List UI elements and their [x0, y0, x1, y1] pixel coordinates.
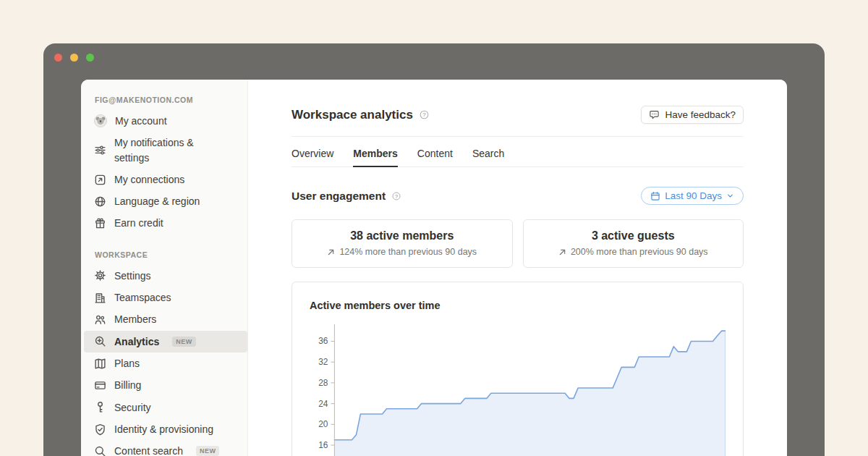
sidebar-item-label: Teamspaces — [114, 290, 171, 305]
stat-delta-text: 200% more than previous 90 days — [571, 247, 708, 257]
svg-text:?: ? — [395, 193, 398, 199]
sidebar-item-label: Security — [114, 400, 151, 415]
new-badge: NEW — [172, 337, 196, 347]
workspace-section-header: WORKSPACE — [95, 250, 247, 259]
sidebar-item-label: Members — [114, 312, 156, 326]
active-members-area-chart[interactable]: 162024283236 — [310, 320, 726, 456]
map-icon — [94, 358, 106, 370]
stat-value: 3 active guests — [524, 229, 744, 242]
people-icon — [94, 313, 106, 326]
arrow-up-right-icon — [558, 248, 566, 256]
sidebar-item-label: My connections — [114, 172, 184, 187]
sidebar-item-earn-credit[interactable]: Earn credit — [84, 212, 247, 234]
settings-sidebar: FIG@MAKENOTION.COM My account My notific… — [81, 80, 248, 456]
zoom-window-button[interactable] — [86, 54, 94, 62]
gift-icon — [94, 217, 106, 229]
building-icon — [94, 292, 106, 304]
analytics-tabs: Overview Members Content Search — [292, 148, 744, 167]
sidebar-item-content-search[interactable]: Content search NEW — [84, 440, 247, 456]
credit-card-icon — [94, 379, 106, 392]
svg-text:20: 20 — [318, 419, 328, 429]
sidebar-item-billing[interactable]: Billing — [84, 374, 247, 396]
sidebar-item-members[interactable]: Members — [84, 308, 247, 330]
tab-content[interactable]: Content — [417, 148, 453, 166]
sidebar-item-analytics[interactable]: Analytics NEW — [84, 331, 247, 352]
svg-text:28: 28 — [318, 378, 328, 388]
sidebar-item-label: Language & region — [114, 194, 200, 208]
magnifier-icon — [94, 445, 106, 456]
sidebar-item-settings[interactable]: Settings — [84, 265, 247, 287]
account-section-header: FIG@MAKENOTION.COM — [95, 96, 247, 104]
help-icon[interactable]: ? — [419, 109, 430, 120]
active-members-chart-card: Active members over time 162024283236 — [292, 282, 744, 456]
date-range-dropdown[interactable]: Last 90 Days — [641, 187, 744, 205]
tab-search[interactable]: Search — [472, 148, 504, 166]
sidebar-item-identity-provisioning[interactable]: Identity & provisioning — [84, 418, 247, 440]
sidebar-item-teamspaces[interactable]: Teamspaces — [84, 287, 247, 308]
sidebar-item-label: Settings — [114, 269, 151, 283]
sidebar-item-my-connections[interactable]: My connections — [84, 169, 247, 190]
sidebar-item-language-region[interactable]: Language & region — [84, 190, 247, 212]
sidebar-item-label: My account — [115, 114, 167, 128]
stat-value: 38 active members — [292, 229, 512, 242]
koala-avatar — [94, 114, 107, 127]
sidebar-item-label: Analytics — [114, 334, 159, 349]
minimize-window-button[interactable] — [70, 54, 78, 62]
analytics-main-content: Workspace analytics ? Have feedback? — [248, 80, 787, 456]
tab-members[interactable]: Members — [353, 148, 397, 167]
sidebar-item-label: Plans — [114, 356, 140, 371]
settings-dialog: FIG@MAKENOTION.COM My account My notific… — [81, 80, 787, 456]
sidebar-item-label: Billing — [114, 378, 141, 392]
new-badge: NEW — [196, 446, 220, 456]
feedback-button-label: Have feedback? — [665, 109, 736, 120]
svg-text:32: 32 — [318, 357, 328, 367]
active-guests-stat-card: 3 active guests 200% more than previous … — [523, 219, 744, 268]
gear-icon — [94, 269, 106, 282]
svg-text:16: 16 — [318, 440, 328, 450]
close-window-button[interactable] — [54, 54, 62, 62]
calendar-icon — [650, 191, 660, 201]
svg-text:24: 24 — [318, 399, 328, 409]
magnifier-plus-icon — [94, 335, 106, 347]
app-window: FIG@MAKENOTION.COM My account My notific… — [43, 43, 825, 456]
sidebar-item-label: My notifications & settings — [114, 135, 229, 165]
speech-bubble-icon — [649, 109, 660, 120]
sidebar-item-notifications-settings[interactable]: My notifications & settings — [84, 132, 247, 169]
globe-icon — [94, 195, 106, 208]
sidebar-item-plans[interactable]: Plans — [84, 352, 247, 374]
window-controls — [54, 54, 94, 62]
sidebar-item-my-account[interactable]: My account — [84, 110, 247, 132]
sidebar-item-security[interactable]: Security — [84, 397, 247, 418]
sidebar-item-label: Identity & provisioning — [114, 422, 213, 436]
chevron-down-icon — [726, 192, 734, 200]
stat-delta-text: 124% more than previous 90 days — [339, 247, 477, 257]
svg-text:?: ? — [422, 111, 426, 118]
have-feedback-button[interactable]: Have feedback? — [641, 106, 744, 124]
sidebar-item-label: Content search — [114, 444, 183, 456]
shield-check-icon — [94, 423, 106, 436]
header-divider — [292, 136, 744, 137]
date-range-label: Last 90 Days — [665, 190, 722, 201]
active-members-stat-card: 38 active members 124% more than previou… — [292, 219, 513, 268]
tab-overview[interactable]: Overview — [292, 148, 333, 166]
sidebar-item-label: Earn credit — [114, 216, 163, 230]
arrow-up-right-box-icon — [94, 174, 106, 186]
section-title: User engagement — [292, 190, 386, 203]
svg-text:36: 36 — [318, 336, 328, 346]
key-icon — [94, 401, 106, 413]
help-icon[interactable]: ? — [391, 191, 401, 201]
page-title: Workspace analytics — [292, 108, 413, 122]
arrow-up-right-icon — [327, 248, 335, 256]
sliders-icon — [94, 144, 106, 156]
chart-title: Active members over time — [310, 300, 726, 311]
